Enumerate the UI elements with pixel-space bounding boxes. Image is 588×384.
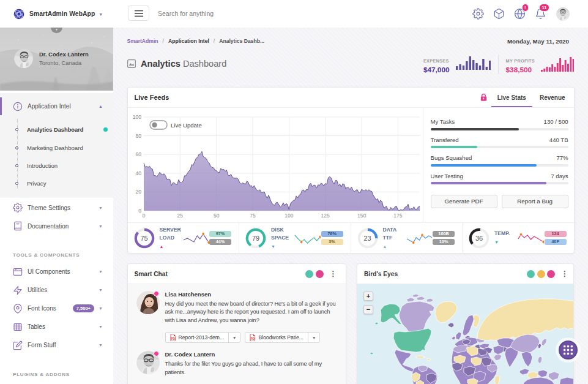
svg-text:60: 60 [135, 151, 141, 157]
svg-text:50: 50 [214, 213, 220, 219]
svg-text:20: 20 [135, 189, 141, 195]
svg-text:40: 40 [135, 170, 141, 176]
svg-text:25: 25 [177, 213, 183, 219]
svg-text:175: 175 [393, 213, 402, 219]
svg-text:80: 80 [135, 133, 141, 139]
svg-text:100: 100 [285, 213, 293, 219]
svg-text:75: 75 [250, 213, 256, 219]
svg-text:100: 100 [132, 114, 141, 120]
svg-text:150: 150 [357, 213, 366, 219]
svg-text:Live Update: Live Update [171, 122, 202, 129]
svg-text:PDF: PDF [171, 337, 176, 340]
svg-text:PDF: PDF [251, 337, 256, 340]
svg-text:0: 0 [138, 208, 141, 214]
svg-text:0: 0 [142, 213, 145, 219]
svg-text:125: 125 [321, 213, 329, 219]
